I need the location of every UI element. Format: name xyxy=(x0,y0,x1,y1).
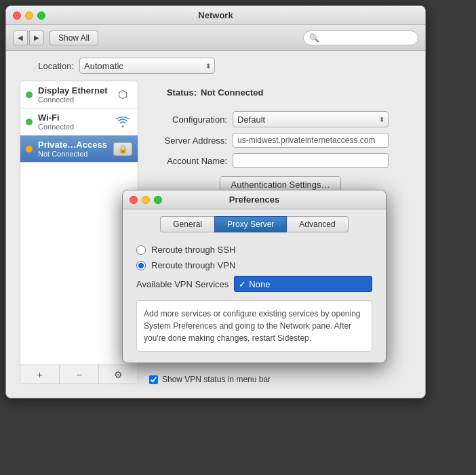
settings-button[interactable]: ⚙ xyxy=(99,365,138,384)
sidebar-text-wifi: Wi-Fi Connected xyxy=(38,112,108,131)
location-bar: Location: Automatic xyxy=(6,51,425,81)
server-input[interactable] xyxy=(233,133,389,148)
back-button[interactable]: ◀ xyxy=(13,30,28,45)
maximize-button[interactable] xyxy=(37,12,45,20)
sidebar-status-vpn: Not Connected xyxy=(38,150,108,158)
sidebar: Display Ethernet Connected ⬡ Wi-Fi Conne… xyxy=(20,81,138,384)
radio-vpn-label: Reroute through VPN xyxy=(151,260,235,270)
sidebar-status-ethernet: Connected xyxy=(38,96,108,104)
sidebar-name-wifi: Wi-Fi xyxy=(38,112,108,123)
tab-advanced[interactable]: Advanced xyxy=(287,216,348,232)
status-dot-green xyxy=(26,91,33,98)
vpn-services-dropdown[interactable]: ✓ None xyxy=(234,276,372,292)
config-label: Configuration: xyxy=(149,115,227,125)
status-label: Status: xyxy=(149,87,197,98)
sidebar-item-private-access[interactable]: Private…Access Not Connected 🔒 xyxy=(20,136,138,163)
sidebar-item-wifi[interactable]: Wi-Fi Connected xyxy=(20,108,138,136)
account-row: Account Name: xyxy=(149,153,412,168)
radio-ssh-label: Reroute through SSH xyxy=(151,245,235,255)
status-value: Not Connected xyxy=(201,87,263,98)
location-select[interactable]: Automatic xyxy=(79,58,215,74)
server-row: Server Address: xyxy=(149,133,412,148)
titlebar: Network xyxy=(6,6,425,25)
radio-ssh-row: Reroute through SSH xyxy=(136,245,372,255)
show-vpn-label: Show VPN status in menu bar xyxy=(162,375,271,384)
pref-content: Reroute through SSH Reroute through VPN … xyxy=(123,236,386,363)
sidebar-item-display-ethernet[interactable]: Display Ethernet Connected ⬡ xyxy=(20,81,138,108)
pref-maximize-button[interactable] xyxy=(154,196,162,204)
bottom-area: Show VPN status in menu bar xyxy=(149,368,412,384)
vpn-description: Add more services or configure existing … xyxy=(136,300,372,352)
tab-general[interactable]: General xyxy=(160,216,214,232)
config-row: Configuration: Default xyxy=(149,111,412,127)
sidebar-name-ethernet: Display Ethernet xyxy=(38,85,108,96)
nav-buttons: ◀ ▶ xyxy=(13,30,44,45)
pref-titlebar: Preferences xyxy=(123,190,386,209)
config-select[interactable]: Default xyxy=(233,111,389,127)
preferences-window: Preferences General Proxy Server Advance… xyxy=(122,190,386,363)
wifi-icon xyxy=(113,115,132,129)
sidebar-list: Display Ethernet Connected ⬡ Wi-Fi Conne… xyxy=(20,81,138,365)
show-vpn-row: Show VPN status in menu bar xyxy=(149,375,412,384)
close-button[interactable] xyxy=(13,12,21,20)
sidebar-text-ethernet: Display Ethernet Connected xyxy=(38,85,108,104)
sidebar-footer: + − ⚙ xyxy=(20,365,138,384)
vpn-service-row: Available VPN Services ✓ None xyxy=(136,276,372,292)
pref-tabs: General Proxy Server Advanced xyxy=(123,209,386,236)
pref-title: Preferences xyxy=(229,194,279,205)
toolbar: ◀ ▶ Show All 🔍 xyxy=(6,25,425,51)
sidebar-status-wifi: Connected xyxy=(38,123,108,131)
account-input[interactable] xyxy=(233,153,389,168)
location-select-wrapper: Automatic xyxy=(79,58,215,74)
search-box[interactable]: 🔍 xyxy=(303,30,418,45)
checkmark-icon: ✓ xyxy=(239,279,246,289)
status-dot-vpn xyxy=(26,146,33,152)
ethernet-icon: ⬡ xyxy=(113,88,132,102)
status-dot-wifi xyxy=(26,119,33,125)
pref-traffic-lights xyxy=(130,196,162,204)
vpn-selected-value: None xyxy=(249,279,270,289)
radio-vpn[interactable] xyxy=(136,261,146,270)
pref-minimize-button[interactable] xyxy=(142,196,150,204)
vpn-services-label: Available VPN Services xyxy=(136,279,229,289)
sidebar-name-vpn: Private…Access xyxy=(38,140,108,150)
lock-icon: 🔒 xyxy=(113,142,132,156)
radio-ssh[interactable] xyxy=(136,245,146,255)
minimize-button[interactable] xyxy=(25,12,33,20)
sidebar-text-vpn: Private…Access Not Connected xyxy=(38,140,108,158)
window-title: Network xyxy=(198,10,233,20)
show-vpn-checkbox[interactable] xyxy=(149,375,158,384)
location-label: Location: xyxy=(20,61,74,71)
show-all-button[interactable]: Show All xyxy=(49,30,98,45)
traffic-lights xyxy=(13,12,45,20)
pref-close-button[interactable] xyxy=(130,196,138,204)
account-label: Account Name: xyxy=(149,156,227,166)
config-select-wrapper: Default xyxy=(233,111,389,127)
remove-network-button[interactable]: − xyxy=(60,365,99,384)
server-label: Server Address: xyxy=(149,136,227,146)
radio-vpn-row: Reroute through VPN xyxy=(136,260,372,270)
status-row: Status: Not Connected xyxy=(149,81,412,104)
forward-button[interactable]: ▶ xyxy=(29,30,44,45)
tab-proxy-server[interactable]: Proxy Server xyxy=(214,216,287,232)
add-network-button[interactable]: + xyxy=(20,365,60,384)
